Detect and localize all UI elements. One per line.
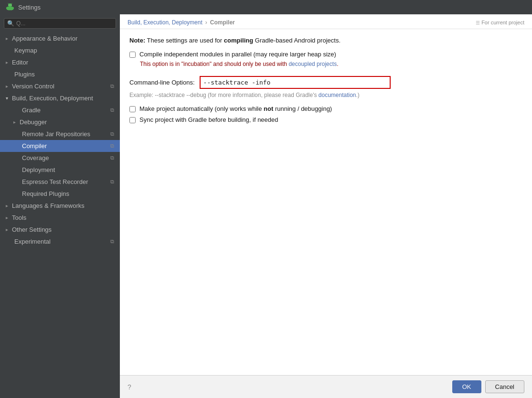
- search-box[interactable]: 🔍: [4, 18, 116, 29]
- sidebar-item-required-plugins[interactable]: Required Plugins: [0, 188, 120, 200]
- cancel-button[interactable]: Cancel: [485, 380, 524, 393]
- sidebar-item-label: Plugins: [14, 71, 35, 78]
- breadcrumb-current: Compiler: [210, 19, 235, 26]
- app-icon: [6, 3, 14, 11]
- sidebar-item-version-control[interactable]: ▸Version Control⧉: [0, 80, 120, 92]
- sidebar-item-label: Build, Execution, Deployment: [12, 95, 93, 102]
- copy-icon: ⧉: [110, 83, 114, 89]
- note-prefix: Note:: [129, 37, 145, 44]
- sidebar-item-deployment[interactable]: Deployment: [0, 164, 120, 176]
- svg-line-9: [11, 3, 12, 4]
- sidebar-item-coverage[interactable]: Coverage⧉: [0, 152, 120, 164]
- sidebar-items: ▸Appearance & BehaviorKeymap▸EditorPlugi…: [0, 32, 120, 247]
- cmdline-row: Command-line Options:: [129, 76, 522, 89]
- sidebar-item-label: Appearance & Behavior: [12, 35, 77, 42]
- example-prefix: Example: --stacktrace --debug (for more …: [129, 92, 319, 98]
- example-line: Example: --stacktrace --debug (for more …: [129, 92, 522, 98]
- note-text-end: Gradle-based Android projects.: [255, 37, 340, 44]
- svg-point-7: [11, 5, 11, 5]
- copy-icon: ⧉: [110, 143, 114, 149]
- chevron-icon: ▸: [13, 119, 16, 125]
- sidebar-item-label: Compiler: [22, 142, 47, 150]
- content-panel: Build, Execution, Deployment › Compiler …: [120, 14, 532, 398]
- breadcrumb-sep: ›: [205, 19, 207, 26]
- svg-point-6: [9, 5, 9, 5]
- checkbox-parallel[interactable]: [129, 52, 136, 58]
- help-icon[interactable]: ?: [128, 383, 131, 391]
- documentation-link[interactable]: documentation: [319, 92, 356, 98]
- sidebar-item-editor[interactable]: ▸Editor: [0, 56, 120, 68]
- sidebar-item-label: Tools: [12, 214, 26, 221]
- sidebar-item-label: Debugger: [20, 118, 47, 126]
- sidebar-item-plugins[interactable]: Plugins: [0, 68, 120, 80]
- sidebar-item-experimental[interactable]: Experimental⧉: [0, 236, 120, 247]
- checkbox-make-auto[interactable]: [129, 106, 136, 112]
- sidebar-item-label: Coverage: [22, 154, 49, 161]
- sidebar-item-label: Gradle: [22, 107, 41, 114]
- svg-rect-2: [6, 7, 7, 9]
- sidebar-item-label: Version Control: [12, 83, 54, 90]
- main-layout: 🔍 ▸Appearance & BehaviorKeymap▸EditorPlu…: [0, 14, 532, 398]
- cmdline-input[interactable]: [201, 77, 390, 88]
- incubation-text: This option is in "incubation" and shoul…: [140, 61, 288, 67]
- sidebar-item-gradle[interactable]: Gradle⧉: [0, 104, 120, 116]
- svg-rect-5: [11, 9, 11, 11]
- sidebar-item-tools[interactable]: ▸Tools: [0, 212, 120, 224]
- incubation-note: This option is in "incubation" and shoul…: [140, 61, 522, 67]
- checkbox-sync-gradle[interactable]: [129, 117, 136, 123]
- svg-point-0: [8, 3, 12, 7]
- sidebar-item-label: Espresso Test Recorder: [22, 178, 88, 185]
- chevron-icon: ▸: [6, 60, 8, 65]
- svg-rect-3: [13, 7, 14, 9]
- breadcrumb-link-build[interactable]: Build, Execution, Deployment: [128, 19, 202, 26]
- sidebar-item-label: Experimental: [14, 238, 51, 245]
- decoupled-projects-link[interactable]: decoupled projects: [288, 61, 337, 67]
- cmdline-input-wrapper: [200, 76, 391, 89]
- sidebar-item-keymap[interactable]: Keymap: [0, 44, 120, 56]
- checkbox-3-text: Sync project with Gradle before building…: [139, 116, 278, 123]
- incubation-end: .: [337, 61, 338, 67]
- chevron-icon: ▸: [6, 203, 8, 208]
- sidebar-item-label: Required Plugins: [22, 190, 69, 197]
- copy-icon: ⧉: [110, 155, 114, 161]
- copy-icon: ⧉: [110, 107, 114, 113]
- ok-button[interactable]: OK: [452, 380, 481, 393]
- svg-rect-1: [7, 7, 13, 10]
- cmdline-label: Command-line Options:: [129, 79, 195, 86]
- checkbox-parallel-label[interactable]: Compile independent modules in parallel …: [139, 51, 336, 58]
- checkbox-row-1: Compile independent modules in parallel …: [129, 51, 522, 58]
- sidebar-item-languages[interactable]: ▸Languages & Frameworks: [0, 200, 120, 212]
- checkbox-3-label[interactable]: Sync project with Gradle before building…: [139, 116, 278, 123]
- sidebar-item-label: Editor: [12, 59, 28, 66]
- sidebar-item-label: Deployment: [22, 166, 55, 173]
- sidebar-item-label: Other Settings: [12, 226, 52, 233]
- search-icon: 🔍: [7, 20, 14, 27]
- checkbox-1-label: Compile independent modules in parallel: [139, 51, 252, 58]
- sidebar-item-compiler[interactable]: Compiler⧉: [0, 140, 120, 152]
- copy-icon: ⧉: [110, 238, 114, 245]
- sidebar-item-appearance[interactable]: ▸Appearance & Behavior: [0, 32, 120, 44]
- checkbox-2-label[interactable]: Make project automatically (only works w…: [139, 105, 332, 112]
- checkbox-row-2: Make project automatically (only works w…: [129, 105, 522, 112]
- sidebar-item-label: Remote Jar Repositories: [22, 130, 90, 138]
- sidebar-item-build-exec-deploy[interactable]: ▾Build, Execution, Deployment: [0, 92, 120, 104]
- sidebar-item-label: Keymap: [14, 47, 37, 54]
- copy-icon: ⧉: [110, 179, 114, 185]
- svg-rect-4: [9, 9, 10, 11]
- note-text: These settings are used for: [147, 37, 224, 44]
- chevron-icon: ▸: [6, 84, 8, 89]
- sidebar-item-debugger[interactable]: ▸Debugger: [0, 116, 120, 128]
- search-input[interactable]: [16, 20, 113, 27]
- checkbox-row-3: Sync project with Gradle before building…: [129, 116, 522, 123]
- breadcrumb-project: ☰ For current project: [476, 20, 524, 25]
- breadcrumb-project-label: For current project: [481, 20, 524, 25]
- sidebar-item-espresso[interactable]: Espresso Test Recorder⧉: [0, 176, 120, 188]
- sidebar-item-remote-jar[interactable]: Remote Jar Repositories⧉: [0, 128, 120, 140]
- note-bold: compiling: [224, 37, 253, 44]
- chevron-icon: ▾: [6, 96, 8, 101]
- sidebar-item-other-settings[interactable]: ▸Other Settings: [0, 224, 120, 236]
- title-bar: Settings: [0, 0, 532, 14]
- parallel-compile-section: Compile independent modules in parallel …: [129, 51, 522, 67]
- checkbox-1-suffix: (may require larger heap size): [252, 51, 336, 58]
- content-body: Note: These settings are used for compil…: [120, 29, 532, 375]
